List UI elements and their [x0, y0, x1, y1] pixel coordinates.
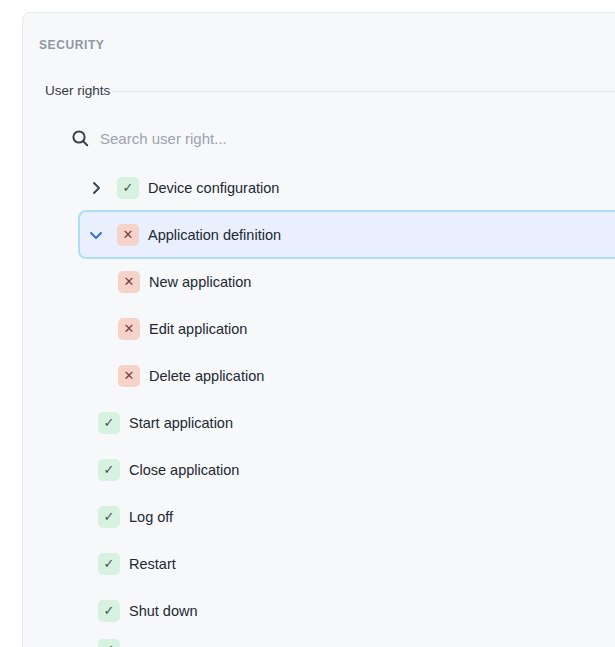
- tree-item-new-application[interactable]: ✕New application: [23, 258, 615, 305]
- tree-item-label: Close application: [129, 462, 239, 478]
- x-icon[interactable]: ✕: [117, 224, 139, 246]
- tree-item-delete-application[interactable]: ✕Delete application: [23, 352, 615, 399]
- check-icon[interactable]: ✓: [98, 639, 120, 647]
- user-rights-search: [71, 123, 615, 153]
- check-icon[interactable]: ✓: [98, 600, 120, 622]
- tree-item-close-application[interactable]: ✓Close application: [23, 446, 615, 493]
- tree-item-start-application[interactable]: ✓Start application: [23, 399, 615, 446]
- x-icon[interactable]: ✕: [118, 318, 140, 340]
- tree-item-application-definition[interactable]: ✕Application definition: [23, 211, 615, 258]
- user-rights-legend: User rights: [45, 83, 110, 98]
- user-rights-tree: ✓Device configuration✕Application defini…: [23, 164, 615, 647]
- x-icon[interactable]: ✕: [118, 271, 140, 293]
- tree-item-label: Edit application: [149, 321, 247, 337]
- search-input[interactable]: [98, 129, 615, 148]
- tree-item-log-off[interactable]: ✓Log off: [23, 493, 615, 540]
- tree-item-label: Log off: [129, 509, 173, 525]
- check-icon[interactable]: ✓: [98, 459, 120, 481]
- chevron-down-icon[interactable]: [88, 227, 104, 243]
- security-panel: SECURITY User rights ✓Device configurati…: [22, 12, 615, 647]
- check-icon[interactable]: ✓: [117, 177, 139, 199]
- chevron-right-icon[interactable]: [88, 180, 104, 196]
- tree-item-label: Restart: [129, 556, 176, 572]
- tree-item-restart[interactable]: ✓Restart: [23, 540, 615, 587]
- tree-item-label: Shut down: [129, 603, 198, 619]
- tree-item-partial[interactable]: ✓: [23, 626, 615, 647]
- tree-item-label: New application: [149, 274, 251, 290]
- security-section-header: SECURITY: [39, 38, 104, 52]
- check-icon[interactable]: ✓: [98, 506, 120, 528]
- check-icon[interactable]: ✓: [98, 412, 120, 434]
- legend-divider: [112, 91, 615, 92]
- tree-item-label: Device configuration: [148, 180, 279, 196]
- check-icon[interactable]: ✓: [98, 553, 120, 575]
- tree-item-label: Delete application: [149, 368, 264, 384]
- x-icon[interactable]: ✕: [118, 365, 140, 387]
- tree-item-device-configuration[interactable]: ✓Device configuration: [23, 164, 615, 211]
- search-icon: [71, 129, 90, 148]
- tree-item-edit-application[interactable]: ✕Edit application: [23, 305, 615, 352]
- tree-item-label: Start application: [129, 415, 233, 431]
- tree-item-label: Application definition: [148, 227, 281, 243]
